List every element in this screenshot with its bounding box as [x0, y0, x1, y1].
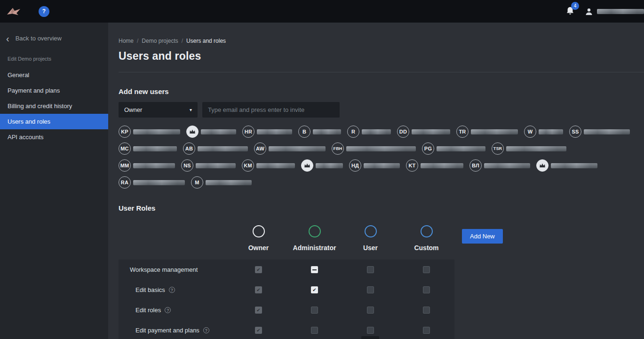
- sidebar-item-payment-and-plans[interactable]: Payment and plans: [0, 83, 108, 98]
- user-entry[interactable]: B: [298, 126, 341, 138]
- user-entry[interactable]: TSR: [492, 142, 566, 155]
- permission-label-text: Edit basics: [135, 286, 165, 293]
- user-entry[interactable]: [186, 126, 236, 138]
- permission-cell: ✔: [231, 307, 286, 314]
- user-avatar: NS: [181, 159, 193, 172]
- checkbox-checked-muted[interactable]: ✔: [255, 307, 262, 314]
- user-entry[interactable]: NS: [181, 159, 236, 172]
- redacted-user-name: [471, 129, 518, 134]
- sidebar-item-api-accounts[interactable]: API accounts: [0, 129, 108, 145]
- user-entry[interactable]: ВЛ: [469, 159, 530, 172]
- divider: [119, 72, 644, 72]
- help-icon[interactable]: ?: [203, 327, 209, 333]
- user-entry[interactable]: [301, 159, 343, 172]
- user-avatar: B: [298, 126, 310, 138]
- user-entry[interactable]: KP: [119, 126, 180, 138]
- redacted-user-name: [362, 129, 391, 134]
- checkbox-unchecked[interactable]: [423, 327, 430, 334]
- user-entry[interactable]: НД: [349, 159, 400, 172]
- permission-label-text: Edit payment and plans: [135, 327, 199, 334]
- user-entry[interactable]: RA: [119, 176, 185, 189]
- checkbox-unchecked[interactable]: [367, 286, 374, 293]
- help-button[interactable]: ?: [39, 6, 49, 17]
- role-circle-user[interactable]: [365, 225, 377, 237]
- user-entry[interactable]: KM: [242, 159, 295, 172]
- checkbox-unchecked[interactable]: [367, 307, 374, 314]
- notifications-button[interactable]: 4: [566, 6, 574, 17]
- redacted-user-name: [484, 163, 530, 168]
- role-columns: OwnerAdministratorUserCustom: [231, 225, 454, 252]
- redacted-user-name: [412, 129, 450, 134]
- user-avatar: W: [524, 126, 536, 138]
- checkbox-unchecked[interactable]: [311, 327, 318, 334]
- help-icon[interactable]: ?: [169, 287, 175, 293]
- user-entry[interactable]: PG: [422, 142, 485, 155]
- sidebar: ‹ Back to overview Edit Demo projects Ge…: [0, 23, 108, 339]
- permission-cell: ✔: [231, 286, 286, 293]
- cutoff-next-row-control[interactable]: [361, 336, 379, 339]
- checkbox-checked-muted[interactable]: ✔: [255, 266, 262, 273]
- checkbox-checked-muted[interactable]: ✔: [255, 327, 262, 334]
- crown-icon: [301, 159, 313, 172]
- page-title: Users and roles: [119, 50, 644, 63]
- user-avatar: KP: [119, 126, 131, 138]
- checkbox-checked-muted[interactable]: ✔: [255, 286, 262, 293]
- sidebar-item-billing-and-credit-history[interactable]: Billing and credit history: [0, 98, 108, 114]
- redacted-user-name: [313, 129, 341, 134]
- crown-glyph: [304, 163, 310, 168]
- breadcrumb-separator: /: [182, 38, 183, 44]
- user-entry[interactable]: HR: [242, 126, 292, 138]
- role-circle-administrator[interactable]: [309, 225, 321, 237]
- add-new-role-button[interactable]: Add New: [462, 229, 503, 244]
- help-icon[interactable]: ?: [165, 307, 171, 313]
- roles-header: OwnerAdministratorUserCustom Add New: [119, 225, 644, 252]
- sidebar-section-label: Edit Demo projects: [8, 56, 101, 62]
- invite-email-input[interactable]: [202, 102, 340, 118]
- role-column-user: User: [342, 225, 398, 252]
- user-entry[interactable]: DD: [397, 126, 450, 138]
- user-entry[interactable]: [536, 159, 597, 172]
- permission-cell: [342, 327, 398, 334]
- crown-glyph: [189, 129, 196, 134]
- role-column-owner: Owner: [231, 225, 286, 252]
- checkbox-unchecked[interactable]: [423, 307, 430, 314]
- user-entry[interactable]: AW: [254, 142, 326, 155]
- account-menu[interactable]: [585, 8, 644, 16]
- user-avatar: ВЛ: [469, 159, 482, 172]
- checkbox-unchecked[interactable]: [423, 266, 430, 273]
- user-avatar: RA: [119, 176, 131, 189]
- checkbox-unchecked[interactable]: [311, 307, 318, 314]
- permission-cell: [342, 266, 398, 273]
- checkbox-unchecked[interactable]: [367, 266, 374, 273]
- role-circle-owner[interactable]: [253, 225, 265, 237]
- checkbox-indeterminate[interactable]: [311, 266, 318, 273]
- redacted-user-name: [421, 163, 463, 168]
- checkbox-checked[interactable]: ✔: [311, 286, 318, 293]
- permission-row: Edit roles?✔: [119, 300, 454, 320]
- role-circle-custom[interactable]: [421, 225, 433, 237]
- user-entry[interactable]: TR: [456, 126, 518, 138]
- user-entry[interactable]: FBH: [332, 142, 416, 155]
- sidebar-item-general[interactable]: General: [0, 67, 108, 83]
- permission-cell: [286, 307, 342, 314]
- permission-cell: [286, 327, 342, 334]
- invite-role-select[interactable]: Owner ▾: [119, 102, 198, 118]
- user-entry[interactable]: AB: [183, 142, 248, 155]
- user-entry[interactable]: M: [191, 176, 252, 189]
- permission-label: Edit payment and plans?: [119, 327, 231, 334]
- breadcrumb-item[interactable]: Home: [119, 38, 134, 44]
- breadcrumb-item[interactable]: Demo projects: [142, 38, 178, 44]
- sidebar-item-users-and-roles[interactable]: Users and roles: [0, 114, 108, 129]
- user-avatar: TSR: [492, 142, 504, 155]
- user-entry[interactable]: SS: [569, 126, 630, 138]
- checkbox-unchecked[interactable]: [423, 286, 430, 293]
- checkbox-unchecked[interactable]: [367, 327, 374, 334]
- user-entry[interactable]: MM: [119, 159, 175, 172]
- user-entry[interactable]: KT: [406, 159, 463, 172]
- user-entry[interactable]: MC: [119, 142, 177, 155]
- breadcrumb-item[interactable]: Users and roles: [186, 38, 226, 44]
- user-entry[interactable]: R: [347, 126, 391, 138]
- user-entry[interactable]: W: [524, 126, 563, 138]
- app-logo[interactable]: [7, 7, 21, 16]
- back-to-overview[interactable]: ‹ Back to overview: [0, 23, 108, 42]
